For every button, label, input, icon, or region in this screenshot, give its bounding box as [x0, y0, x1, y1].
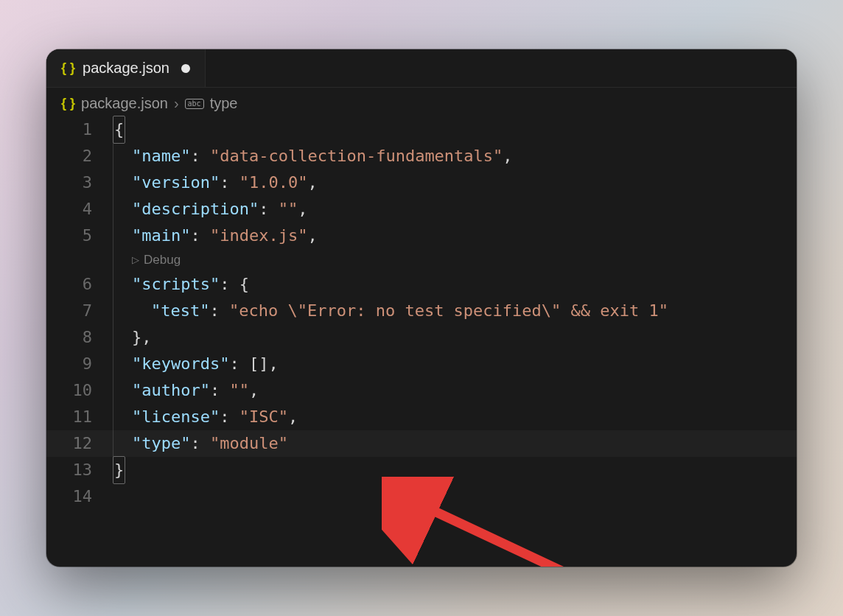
- line-number: 5: [46, 223, 92, 249]
- code-line[interactable]: [113, 483, 797, 510]
- code-content[interactable]: {"name": "data-collection-fundamentals",…: [113, 115, 797, 567]
- code-line[interactable]: }: [113, 457, 797, 483]
- code-line[interactable]: "license": "ISC",: [113, 404, 797, 430]
- line-number: 3: [46, 169, 92, 196]
- unsaved-dot-icon: [181, 64, 190, 73]
- play-icon: ▷: [132, 247, 139, 273]
- line-number: 1: [46, 116, 92, 143]
- breadcrumb[interactable]: { } package.json › abc type: [46, 88, 797, 115]
- codelens-label: Debug: [144, 247, 181, 273]
- line-number: 6: [46, 271, 92, 298]
- code-line[interactable]: },: [113, 324, 797, 351]
- code-line[interactable]: "test": "echo \"Error: no test specified…: [113, 298, 797, 324]
- breadcrumb-symbol: type: [210, 95, 238, 112]
- code-line[interactable]: "type": "module": [113, 430, 797, 457]
- editor-area[interactable]: 1234567891011121314 {"name": "data-colle…: [46, 115, 797, 567]
- codelens-debug[interactable]: ▷Debug: [113, 249, 797, 271]
- breadcrumb-filename: package.json: [81, 95, 168, 112]
- code-line[interactable]: {: [113, 116, 797, 143]
- line-number: 4: [46, 196, 92, 223]
- chevron-right-icon: ›: [174, 95, 179, 112]
- code-line[interactable]: "version": "1.0.0",: [113, 169, 797, 196]
- code-line[interactable]: "description": "",: [113, 196, 797, 223]
- tab-bar: { } package.json: [46, 49, 797, 88]
- line-number: 8: [46, 324, 92, 351]
- line-number: 14: [46, 483, 92, 510]
- tab-filename: package.json: [83, 60, 169, 77]
- line-number: 13: [46, 457, 92, 483]
- tab-package-json[interactable]: { } package.json: [46, 49, 206, 87]
- code-line[interactable]: "main": "index.js",: [113, 223, 797, 249]
- code-line[interactable]: "scripts": {: [113, 271, 797, 298]
- line-number: 10: [46, 377, 92, 404]
- line-number: 7: [46, 298, 92, 324]
- json-braces-icon: { }: [61, 60, 75, 76]
- line-number: 11: [46, 404, 92, 430]
- line-number: 2: [46, 143, 92, 169]
- code-line[interactable]: "author": "",: [113, 377, 797, 404]
- string-symbol-icon: abc: [185, 99, 204, 109]
- editor-window: { } package.json { } package.json › abc …: [46, 49, 797, 567]
- line-number-gutter: 1234567891011121314: [46, 115, 113, 567]
- json-braces-icon: { }: [61, 96, 75, 111]
- code-line[interactable]: "keywords": [],: [113, 351, 797, 377]
- line-number: 9: [46, 351, 92, 377]
- code-line[interactable]: "name": "data-collection-fundamentals",: [113, 143, 797, 169]
